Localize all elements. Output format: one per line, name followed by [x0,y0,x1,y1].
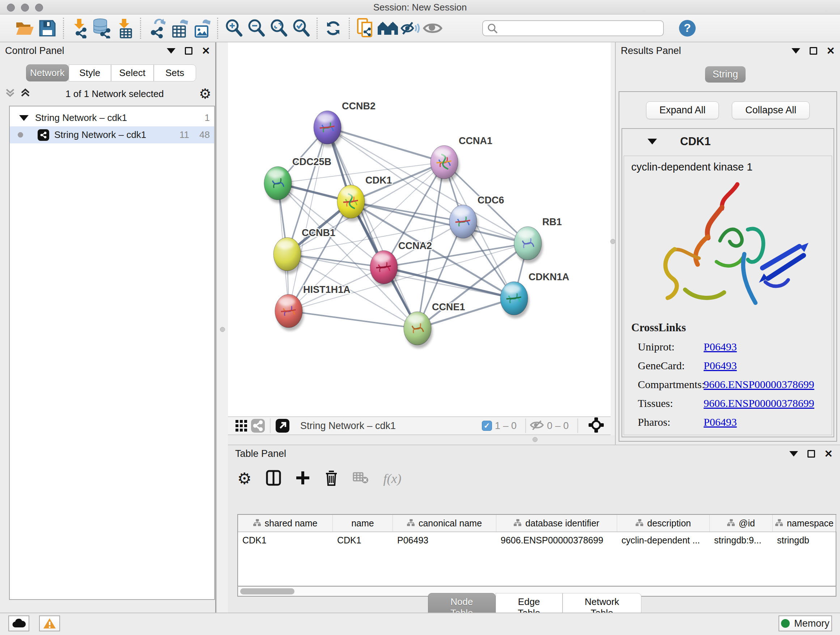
vertical-splitter[interactable] [611,42,615,445]
network-edge-HIST1H1A-CCNE1[interactable] [289,311,417,328]
tab-select[interactable]: Select [111,65,154,81]
scrollbar-thumb[interactable] [240,588,294,594]
column-header-name[interactable]: name [333,515,393,532]
cloud-status-icon[interactable] [8,616,29,631]
column-header-canonical-name[interactable]: canonical name [393,515,496,532]
network-options-gear-icon[interactable]: ⚙ [199,88,211,99]
panel-menu-icon[interactable] [791,48,800,54]
column-header-shared-name[interactable]: shared name [238,515,333,532]
zoom-selected-icon[interactable] [290,17,312,39]
search-icon [487,23,498,35]
table-cell[interactable]: cyclin-dependent ... [617,532,710,549]
section-expanded-icon[interactable] [647,139,657,144]
network-node-CCNA1[interactable]: CCNA1 [431,135,493,182]
table-options-gear-icon[interactable]: ⚙ [237,469,251,488]
import-network-from-database-icon[interactable] [91,17,113,39]
help-icon[interactable]: ? [679,20,696,36]
panel-menu-icon[interactable] [789,451,798,456]
network-edge-CCNA2-CDKN1A[interactable] [384,267,514,298]
table-cell[interactable]: stringdb [773,532,836,549]
network-row[interactable]: String Network – cdk1 11 48 [10,126,214,143]
search-input[interactable] [482,20,664,36]
tab-string[interactable]: String [705,66,745,82]
table-cell[interactable]: 9606.ENSP00000378699 [496,532,617,549]
crosslink-link[interactable]: P06493 [704,340,737,353]
column-header-description[interactable]: description [617,515,710,532]
network-edge-CCNB2-RB1[interactable] [327,127,528,243]
zoom-in-icon[interactable] [223,17,245,39]
network-edge-CCNB2-CCNE1[interactable] [327,127,417,328]
warnings-icon[interactable] [39,616,60,631]
panel-menu-icon[interactable] [167,48,175,54]
expand-all-networks-icon[interactable] [20,87,30,101]
network-edge-CCNB2-HIST1H1A[interactable] [289,127,327,311]
crosslink-link[interactable]: P06493 [704,359,737,372]
zoom-window-button[interactable] [35,4,43,11]
delete-column-trash-icon[interactable] [325,470,338,487]
network-node-CDKN1A[interactable]: CDKN1A [500,272,569,318]
network-node-HIST1H1A[interactable]: HIST1H1A [275,284,351,331]
expand-all-button[interactable]: Expand All [646,101,719,119]
import-table-from-file-icon[interactable] [113,17,136,39]
close-window-button[interactable] [7,4,15,11]
string-network-graph[interactable]: CCNB2CCNA1CDC25BCDK1CDC6RB1CCNB1CCNA2CDK… [228,42,611,416]
collapse-all-networks-icon[interactable] [5,87,15,101]
string-home-icon[interactable] [377,17,399,39]
network-node-label: RB1 [542,217,562,227]
crosslink-link[interactable]: P06493 [704,416,737,428]
network-node-CCNE1[interactable]: CCNE1 [404,302,465,348]
tab-style[interactable]: Style [69,65,111,81]
minimize-window-button[interactable] [21,4,29,11]
hidden-count-eye-slash-icon[interactable] [530,419,544,432]
detach-view-icon[interactable] [274,418,291,433]
panel-float-icon[interactable] [807,450,815,458]
network-node-CDC25B[interactable]: CDC25B [264,157,332,203]
open-session-icon[interactable] [14,17,36,39]
panel-close-icon[interactable]: ✕ [202,47,210,55]
save-session-icon[interactable] [36,17,58,39]
table-row[interactable]: CDK1CDK1P064939606.ENSP00000378699cyclin… [238,532,836,549]
column-header--id[interactable]: @id [710,515,773,532]
column-header-namespace[interactable]: namespace [773,515,836,532]
network-edge-CDK1-RB1[interactable] [351,202,528,243]
export-image-icon[interactable] [190,17,213,39]
panel-close-icon[interactable]: ✕ [827,47,835,55]
memory-button[interactable]: Memory [778,616,832,631]
panel-float-icon[interactable] [810,47,817,55]
table-cell[interactable]: CDK1 [333,532,393,549]
column-header-database-identifier[interactable]: database identifier [496,515,617,532]
hide-graphics-eye-slash-icon[interactable] [399,17,422,39]
import-network-from-file-icon[interactable] [68,17,91,39]
network-node-label: CCNA2 [398,241,432,251]
network-node-CCNB2[interactable]: CCNB2 [314,101,376,147]
panel-close-icon[interactable]: ✕ [824,450,833,458]
clone-network-icon[interactable] [354,17,377,39]
panel-float-icon[interactable] [185,47,193,55]
selected-count-checkbox-icon[interactable]: ✓ [482,421,492,431]
network-edge-CCNB2-CCNA1[interactable] [327,127,444,162]
table-cell[interactable]: P06493 [393,532,496,549]
birdseye-view-icon[interactable] [588,417,604,434]
table-cell[interactable]: CDK1 [238,532,333,549]
zoom-out-icon[interactable] [245,17,267,39]
table-cell[interactable]: stringdb:9... [710,532,773,549]
crosslink-link[interactable]: 9606.ENSP00000378699 [704,397,814,409]
tab-network[interactable]: Network [26,65,69,81]
collection-expanded-icon[interactable] [19,115,28,121]
vertical-splitter[interactable] [218,42,228,613]
collapse-all-button[interactable]: Collapse All [732,101,810,119]
network-node-RB1[interactable]: RB1 [514,217,562,263]
crosslink-link[interactable]: 9606.ENSP00000378699 [704,378,814,391]
show-columns-icon[interactable] [266,470,281,487]
network-view-canvas[interactable]: CCNB2CCNA1CDC25BCDK1CDC6RB1CCNB1CCNA2CDK… [228,42,611,416]
grid-mode-icon[interactable] [233,418,249,433]
export-network-icon[interactable] [145,17,168,39]
show-graphics-eye-icon[interactable] [422,17,444,39]
network-collection-row[interactable]: String Network – cdk1 1 [10,109,214,126]
apply-preferred-layout-icon[interactable] [322,17,344,39]
gene-section: CDK1 cyclin-dependent kinase 1 [622,128,834,437]
add-column-icon[interactable] [295,470,310,486]
zoom-fit-icon[interactable] [267,17,290,39]
export-table-icon[interactable] [168,17,190,39]
tab-sets[interactable]: Sets [154,65,196,81]
